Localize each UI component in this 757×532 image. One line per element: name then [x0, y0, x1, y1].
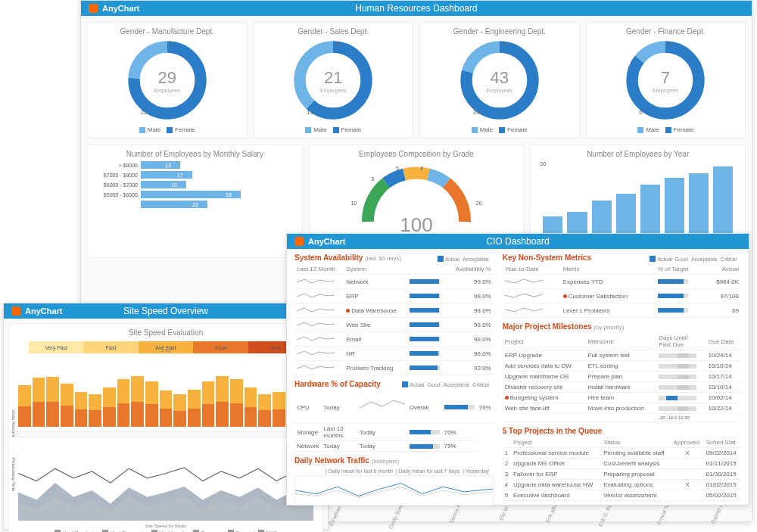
composition-title: Employees Composition by Grade — [314, 150, 519, 158]
metrics-table: Year-to-DateMetric% of TargetActual Expe… — [503, 264, 741, 318]
gender-card[interactable]: Gender - Sales Dept. 8 13 21Employees Ma… — [254, 22, 414, 138]
salary-row: 22 — [92, 201, 298, 208]
eval-marker: 1.4s — [160, 347, 170, 353]
hr-header: AnyChart Human Resources Dashboard — [81, 1, 752, 16]
hardware-table: CPUTodayOverall78%StorageLast 12 monthsT… — [294, 391, 494, 452]
speed-col — [258, 394, 271, 427]
speed-col — [160, 390, 173, 427]
speed-col — [131, 376, 144, 427]
metric-row: Level 1 Problems89 — [503, 303, 741, 318]
speed-col — [202, 381, 215, 427]
sparkline-icon — [297, 276, 335, 285]
queue-title: 5 Top Projects in the Queue — [503, 427, 741, 435]
speed-header: AnyChart Site Speed Overview — [4, 303, 328, 319]
sparkline-icon — [297, 305, 335, 314]
queue-table: ProjectStatusApprovedSched.Stat 1Profess… — [503, 437, 741, 501]
cio-dashboard: AnyChart CIO Dashboard System Availabili… — [286, 233, 749, 506]
avail-row: Email98.0% — [294, 332, 494, 347]
speed-col — [117, 379, 130, 427]
year-col — [567, 212, 587, 235]
speed-bar-chart[interactable] — [14, 359, 318, 427]
queue-row: 3Failover for ERPPreparing proposal01/30… — [503, 469, 741, 480]
speed-ylabel: Visits Amount — [11, 409, 16, 437]
hw-title: Hardware % of Capacity — [294, 380, 381, 389]
speed-col — [188, 390, 201, 427]
year-col — [665, 178, 684, 235]
sparkline-icon — [297, 362, 335, 372]
year-col — [592, 201, 612, 235]
queue-row: 1Professional service modulePending avai… — [503, 448, 741, 459]
avail-row: Web Site98.0% — [294, 318, 494, 332]
milestone-row: Disaster recovery siteInstall hardware10… — [503, 382, 741, 393]
speed-col — [245, 387, 257, 427]
speed-col — [89, 394, 101, 427]
sparkline-icon — [297, 319, 335, 328]
salary-row: $7000 - $800017 — [92, 171, 298, 179]
hr-title: Human Resources Dashboard — [81, 3, 752, 14]
sparkline-icon — [297, 291, 335, 300]
avail-row: HR96.0% — [294, 347, 494, 361]
milestones-title: Major Project Milestones — [503, 322, 592, 331]
avail-row: ERP98.0% — [294, 289, 494, 303]
salary-row: $5000 - $600033 — [92, 191, 298, 198]
milestones-table: ProjectMilestoneDays Until/ Past DueDue … — [503, 333, 741, 422]
speed-col — [173, 394, 186, 427]
metrics-title: Key Non-System Metrics — [503, 254, 591, 262]
steps-card: Site Speed by Steps Html RenderingHtml P… — [8, 437, 323, 532]
salary-chart[interactable]: Number of Employees by Monthly Salary > … — [87, 145, 303, 258]
year-col — [640, 185, 660, 235]
gender-card[interactable]: Gender - Engineering Dept. 9 34 43Employ… — [419, 22, 580, 138]
year-col — [713, 166, 733, 235]
speed-col — [75, 392, 88, 427]
speed-title: Site Speed Overview — [4, 306, 328, 316]
salary-title: Number of Employees by Monthly Salary — [92, 150, 298, 158]
speed-col — [61, 384, 73, 427]
queue-row: 4Upgrade data warehouse HWEvaluating opt… — [503, 480, 741, 490]
metric-row: Expenses YTD$984.0K — [503, 275, 741, 289]
avail-row: Network99.0% — [294, 275, 494, 289]
speed-col — [18, 385, 31, 427]
gender-card[interactable]: Gender - Manufacture Dept. 7 22 29Employ… — [87, 22, 248, 138]
speed-col — [46, 377, 59, 427]
traffic-legend: | Daily mean for last 6 month| Daily mea… — [294, 467, 494, 475]
year-col — [543, 216, 562, 235]
sparkline-icon — [297, 334, 335, 343]
speed-col — [145, 381, 158, 427]
sparkline-icon — [297, 348, 335, 357]
avail-title: System Availability (last 30 days) — [294, 254, 401, 262]
milestone-row: Upgrade mainframe OSPrepare plan10/17/14 — [503, 372, 741, 382]
speed-col — [103, 387, 116, 427]
cio-title: CIO Dashboard — [287, 236, 749, 247]
speed-dashboard: AnyChart Site Speed Overview Site Speed … — [3, 303, 329, 530]
gender-card[interactable]: Gender - Finance Dept. 1 6 7Employees Ma… — [586, 22, 746, 138]
milestone-row: Add services data to DWETL coding10/10/1… — [503, 361, 741, 372]
traffic-spark[interactable] — [294, 475, 494, 506]
queue-row: 5Executive dashboardVendor assessment05/… — [503, 490, 741, 501]
gender-charts-row: Gender - Manufacture Dept. 7 22 29Employ… — [81, 16, 752, 145]
salary-row: $6000 - $700015 — [92, 181, 298, 188]
speed-eval-card: Site Speed Evaluation Very FastFastAve F… — [8, 323, 323, 432]
metric-row: Customer Satisfaction97/100 — [503, 289, 741, 303]
year-col — [616, 194, 636, 235]
cio-header: AnyChart CIO Dashboard — [287, 234, 749, 249]
avail-row: Data Warehouse98.0% — [294, 303, 494, 318]
speed-col — [273, 392, 285, 427]
availability-table: Last 12 MonthSystemAvailability % Networ… — [294, 264, 494, 375]
year-col — [689, 173, 709, 235]
eval-title: Site Speed Evaluation — [14, 328, 318, 337]
salary-row: > $800013 — [92, 161, 298, 169]
area-chart[interactable] — [18, 445, 313, 521]
speed-col — [33, 378, 45, 427]
speed-col — [216, 376, 229, 427]
milestone-row: ERP UpgradeFull system test10/24/14 — [503, 350, 741, 361]
queue-row: 2Upgrade MS OfficeCost-benefit analysis0… — [503, 459, 741, 469]
milestone-row: Budgeting systemHire team10/02/14 — [503, 393, 741, 403]
milestone-row: Web site face-liftMove into production10… — [503, 403, 741, 414]
traffic-title: Daily Network Traffic — [294, 456, 369, 465]
steps-ylabel: Processing Time — [11, 458, 16, 491]
by-year-title: Number of Employees by Year — [535, 150, 740, 158]
speed-col — [230, 379, 243, 427]
avail-row: Problem Tracking93.0% — [294, 361, 494, 375]
steps-legend: Html RenderingHtml ProcessingHtml Loadin… — [14, 528, 318, 532]
